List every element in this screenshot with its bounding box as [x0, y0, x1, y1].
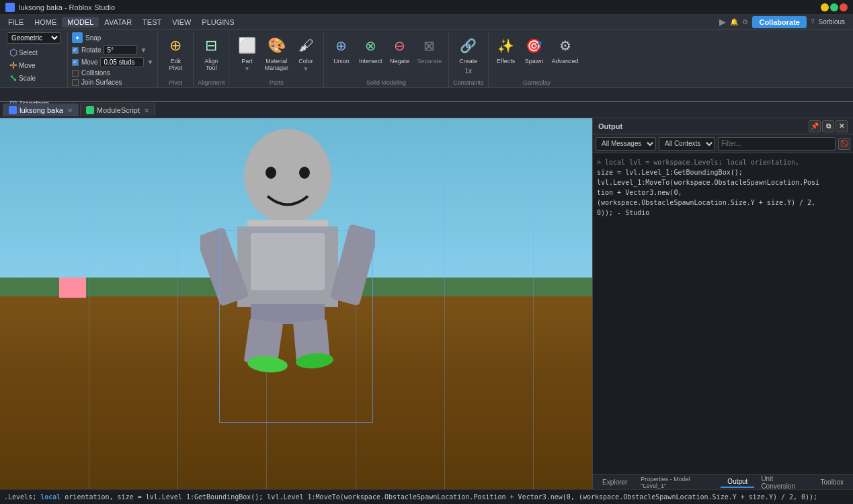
edit-pivot-icon: ⊕	[165, 35, 186, 56]
color-icon: 🖌	[295, 35, 317, 56]
grid-line-v1	[89, 118, 89, 489]
create-constraint-button[interactable]: 🔗 Create	[455, 32, 482, 66]
messages-filter-dropdown[interactable]: All Messages	[596, 137, 656, 151]
scale-button[interactable]: ⤡ Scale	[7, 72, 60, 84]
select-icon: ⬡	[9, 47, 17, 58]
select-button[interactable]: ⬡ Select	[7, 46, 60, 58]
run-button[interactable]: ▶	[719, 17, 726, 27]
svg-point-0	[244, 129, 331, 223]
pivot-group-label: Pivot	[162, 79, 189, 86]
tab-luksong-baka[interactable]: luksong baka ✕	[3, 103, 79, 116]
rotate-label: Rotate	[81, 46, 101, 54]
contexts-filter-dropdown[interactable]: All Contexts	[659, 137, 715, 151]
menu-view[interactable]: VIEW	[167, 17, 196, 28]
collisions-check[interactable]	[72, 70, 79, 77]
union-button[interactable]: ⊕ Union	[328, 32, 355, 66]
output-title: Output	[598, 122, 622, 130]
tab-module-script-close[interactable]: ✕	[144, 107, 149, 114]
minimize-button[interactable]	[821, 3, 829, 11]
rotate-input[interactable]	[104, 45, 137, 55]
spawn-icon: 🎯	[524, 35, 545, 56]
main-content: Output 📌 ⧉ ✕ All Messages All Contexts 🚫…	[0, 118, 853, 489]
maximize-button[interactable]	[830, 3, 838, 11]
settings-icon[interactable]: ⚙	[742, 18, 748, 26]
rotate-dropdown-arrow[interactable]: ▼	[140, 46, 147, 54]
output-content[interactable]: > local lvl = workspace.Levels; local or…	[593, 153, 853, 474]
app-icon	[5, 3, 15, 12]
help-icon[interactable]: ?	[811, 18, 815, 26]
advanced-button[interactable]: ⚙ Advanced	[549, 32, 581, 66]
ribbon: Geometric ⬡ Select ✛ Move ⤡ S	[0, 30, 853, 102]
material-manager-button[interactable]: 🎨 MaterialManager	[261, 32, 291, 73]
status-code: .Levels; local orientation, size = lvl.L…	[4, 493, 849, 501]
output-close-button[interactable]: ✕	[836, 120, 848, 132]
bottom-tabs: Explorer Properties - Model "Level_1" Ou…	[593, 474, 853, 489]
ribbon-group-constraints: 🔗 Create 1x Constraints	[449, 32, 489, 87]
bottom-tab-output[interactable]: Output	[721, 476, 754, 488]
viewport[interactable]	[0, 118, 592, 489]
grid-line-v5	[444, 118, 445, 489]
output-float-button[interactable]: ⧉	[822, 120, 834, 132]
menu-test[interactable]: TEST	[137, 17, 167, 28]
align-tool-button[interactable]: ⊟ AlignTool	[198, 32, 225, 73]
edit-pivot-button[interactable]: ⊕ EditPivot	[162, 32, 189, 73]
bottom-tab-properties[interactable]: Properties - Model "Level_1"	[634, 474, 721, 491]
output-pin-button[interactable]: 📌	[809, 120, 821, 132]
move-icon: ✛	[9, 60, 17, 71]
tab-module-script[interactable]: ModuleScript ✕	[80, 103, 155, 116]
svg-rect-3	[247, 220, 328, 226]
negate-icon: ⊖	[389, 35, 410, 56]
alignment-group-label: Alignment	[198, 79, 225, 86]
menu-plugins[interactable]: PLUGINS	[196, 17, 239, 28]
move-check[interactable]	[72, 59, 79, 66]
move-input[interactable]	[100, 57, 144, 67]
tab-luksong-baka-label: luksong baka	[19, 106, 63, 114]
menu-model[interactable]: MODEL	[62, 17, 99, 28]
svg-point-1	[266, 167, 276, 179]
rotate-check[interactable]	[72, 47, 79, 54]
output-panel: Output 📌 ⧉ ✕ All Messages All Contexts 🚫…	[592, 118, 853, 489]
bottom-tab-unit-conversion[interactable]: Unit Conversion	[754, 474, 813, 491]
separate-icon: ⊠	[419, 35, 440, 56]
effects-button[interactable]: ✨ Effects	[493, 32, 520, 66]
material-icon: 🎨	[266, 35, 287, 56]
pink-block	[59, 278, 86, 298]
bottom-tab-explorer[interactable]: Explorer	[596, 477, 634, 487]
move-dropdown-arrow[interactable]: ▼	[147, 58, 153, 66]
part-icon: ⬜	[236, 35, 257, 56]
output-filter-input[interactable]	[718, 137, 836, 151]
ribbon-group-tools: Geometric ⬡ Select ✛ Move ⤡ S	[3, 32, 68, 87]
parts-group-label: Parts	[233, 79, 319, 86]
snap-label: Snap	[85, 34, 101, 42]
collaborate-button[interactable]: Collaborate	[752, 16, 807, 28]
svg-point-2	[299, 167, 310, 179]
statusbar: .Levels; local orientation, size = lvl.L…	[0, 489, 853, 504]
align-icon: ⊟	[200, 35, 222, 56]
collisions-label: Collisions	[81, 69, 110, 77]
separate-button[interactable]: ⊠ Separate	[414, 32, 444, 66]
join-surfaces-check[interactable]	[72, 79, 79, 86]
negate-button[interactable]: ⊖ Negate	[386, 32, 413, 66]
part-button[interactable]: ⬜ Part ▼	[233, 32, 260, 73]
output-line-3: tion + Vector3.new(0,	[597, 189, 682, 196]
close-button[interactable]	[840, 3, 848, 11]
bell-icon[interactable]: 🔔	[730, 18, 738, 26]
color-button[interactable]: 🖌 Color ▼	[292, 32, 319, 73]
move-button[interactable]: ✛ Move	[7, 59, 60, 71]
bottom-tab-toolbox[interactable]: Toolbox	[814, 477, 850, 487]
tab-luksong-baka-close[interactable]: ✕	[67, 107, 73, 114]
world-tab-icon	[9, 106, 17, 114]
output-clear-button[interactable]: 🚫	[838, 138, 850, 150]
spawn-button[interactable]: 🎯 Spawn	[521, 32, 548, 66]
username: Sorbious	[819, 18, 845, 26]
ribbon-content: Geometric ⬡ Select ✛ Move ⤡ S	[0, 30, 853, 87]
transform-mode-dropdown[interactable]: Geometric	[7, 32, 60, 44]
menu-file[interactable]: FILE	[3, 17, 29, 28]
menu-avatar[interactable]: AVATAR	[99, 17, 137, 28]
menu-home[interactable]: HOME	[29, 17, 62, 28]
intersect-button[interactable]: ⊗ Intersect	[356, 32, 385, 66]
svg-rect-5	[251, 233, 325, 290]
output-line-5: 0)); - Studio	[597, 209, 649, 216]
menubar: FILE HOME MODEL AVATAR TEST VIEW PLUGINS…	[0, 15, 853, 30]
tab-module-script-label: ModuleScript	[97, 106, 140, 114]
